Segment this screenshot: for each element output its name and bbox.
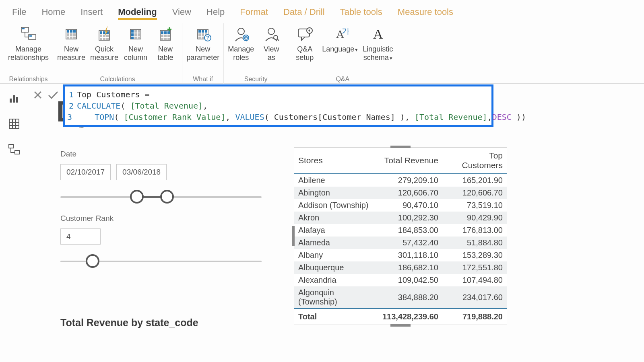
menu-insert[interactable]: Insert bbox=[80, 7, 103, 20]
svg-rect-7 bbox=[73, 30, 76, 33]
menu-table-tools[interactable]: Table tools bbox=[340, 7, 382, 20]
ribbon-button-label: Quickmeasure bbox=[90, 45, 118, 62]
ribbon-group-label: Security bbox=[244, 76, 268, 84]
value-cell: 90,470.10 bbox=[378, 199, 442, 212]
chevron-down-icon: ▾ bbox=[355, 47, 358, 53]
ribbon: ManagerelationshipsRelationshipsNewmeasu… bbox=[0, 20, 644, 84]
code-line[interactable]: TOPN( [Customer Rank Value], VALUES( Cus… bbox=[75, 111, 526, 123]
code-line[interactable]: CALCULATE( [Total Revenue], bbox=[77, 100, 208, 111]
table-row[interactable]: Alafaya184,853.00176,813.00 bbox=[294, 224, 507, 237]
store-cell: Addison (Township) bbox=[294, 199, 378, 212]
new-column-button[interactable]: Newcolumn bbox=[122, 23, 150, 76]
view-as-button[interactable]: Viewas bbox=[257, 23, 285, 76]
line-number: 2 bbox=[67, 100, 77, 111]
table-row[interactable]: Algonquin (Township)384,888.20234,017.60 bbox=[294, 286, 507, 309]
menu-file[interactable]: File bbox=[12, 7, 26, 20]
svg-rect-30 bbox=[138, 33, 140, 36]
slider-thumb-end[interactable] bbox=[160, 190, 174, 204]
value-cell: 186,682.10 bbox=[378, 261, 442, 274]
report-view-button[interactable] bbox=[6, 90, 22, 106]
svg-rect-43 bbox=[167, 38, 170, 40]
store-cell: Abington bbox=[294, 187, 378, 199]
column-header[interactable]: Total Revenue bbox=[378, 148, 442, 174]
new-parameter-button[interactable]: ?Newparameter bbox=[185, 23, 221, 76]
slider-thumb[interactable] bbox=[86, 254, 99, 268]
svg-rect-23 bbox=[106, 38, 109, 40]
qna-setup-button[interactable]: Q&Asetup bbox=[291, 23, 319, 76]
ribbon-button-label: Viewas bbox=[264, 45, 279, 62]
store-cell: Albany bbox=[294, 249, 378, 261]
date-range-slider[interactable] bbox=[60, 190, 262, 204]
table-row[interactable]: Alameda57,432.4051,884.80 bbox=[294, 237, 507, 249]
svg-rect-52 bbox=[202, 37, 204, 39]
table-row[interactable]: Albuquerque186,682.10172,551.80 bbox=[294, 261, 507, 274]
ribbon-button-label: Newmeasure bbox=[57, 45, 85, 62]
table-row[interactable]: Alexandria109,042.50107,494.80 bbox=[294, 274, 507, 286]
code-line[interactable]: Top Customers = bbox=[77, 89, 155, 100]
column-header[interactable]: Top Customers bbox=[442, 148, 507, 174]
linguistic-schema-button[interactable]: ALinguisticschema▾ bbox=[361, 23, 394, 76]
ribbon-group-calculations: NewmeasureQuickmeasureNewcolumnNewtableC… bbox=[53, 23, 182, 84]
svg-rect-8 bbox=[67, 33, 69, 36]
quick-measure-button[interactable]: Quickmeasure bbox=[89, 23, 120, 76]
new-measure-button[interactable]: Newmeasure bbox=[56, 23, 87, 76]
model-view-button[interactable] bbox=[6, 142, 22, 158]
manage-roles-button[interactable]: Manageroles bbox=[226, 23, 256, 76]
value-cell: 176,813.00 bbox=[442, 224, 507, 237]
menu-format[interactable]: Format bbox=[240, 7, 268, 20]
table-row[interactable]: Akron100,292.3090,429.90 bbox=[294, 212, 507, 224]
rank-slider[interactable] bbox=[60, 254, 262, 269]
customer-rank-slicer[interactable]: Customer Rank 4 bbox=[60, 214, 262, 269]
manage-relationships-button[interactable]: Managerelationships bbox=[6, 23, 50, 76]
menu-measure-tools[interactable]: Measure tools bbox=[398, 7, 453, 20]
cancel-formula-button[interactable] bbox=[32, 89, 43, 101]
column-header[interactable]: Stores bbox=[294, 148, 378, 174]
table-row[interactable]: Abington120,606.70120,606.70 bbox=[294, 187, 507, 199]
value-cell: 301,118.10 bbox=[378, 249, 442, 261]
svg-rect-38 bbox=[161, 35, 163, 37]
rank-value-input[interactable]: 4 bbox=[60, 228, 101, 245]
svg-rect-37 bbox=[167, 31, 170, 34]
ribbon-button-label: Newtable bbox=[158, 45, 173, 62]
left-view-rail bbox=[0, 84, 28, 362]
menu-modeling[interactable]: Modeling bbox=[118, 7, 157, 20]
svg-rect-32 bbox=[134, 37, 137, 39]
table-row[interactable]: Albany301,118.10153,289.30 bbox=[294, 249, 507, 261]
new-table-button[interactable]: Newtable bbox=[151, 23, 180, 76]
language-button[interactable]: A가Language▾ bbox=[320, 23, 359, 76]
value-cell: 109,042.50 bbox=[378, 274, 442, 286]
value-cell: 51,884.80 bbox=[442, 237, 507, 249]
svg-rect-10 bbox=[73, 33, 76, 36]
chevron-down-icon: ▾ bbox=[390, 55, 392, 61]
store-cell: Alafaya bbox=[294, 224, 378, 237]
value-cell: 107,494.80 bbox=[442, 274, 507, 286]
table-row[interactable]: Addison (Township)90,470.1073,519.10 bbox=[294, 199, 507, 212]
value-cell: 57,432.40 bbox=[378, 237, 442, 249]
ribbon-button-label: Language▾ bbox=[322, 45, 358, 53]
stores-table-visual[interactable]: StoresTotal RevenueTop Customers Abilene… bbox=[294, 147, 507, 325]
store-cell: Albuquerque bbox=[294, 261, 378, 274]
data-view-button[interactable] bbox=[6, 116, 22, 132]
date-from-input[interactable]: 02/10/2017 bbox=[60, 164, 111, 180]
ribbon-group-q-a: Q&AsetupA가Language▾ALinguisticschema▾Q&A bbox=[288, 23, 397, 84]
menu-view[interactable]: View bbox=[172, 7, 191, 20]
svg-rect-67 bbox=[13, 95, 15, 103]
date-to-input[interactable]: 03/06/2018 bbox=[116, 164, 167, 180]
svg-rect-75 bbox=[15, 150, 19, 154]
svg-rect-46 bbox=[202, 30, 204, 33]
svg-rect-6 bbox=[70, 30, 72, 33]
date-slicer[interactable]: Date 02/10/2017 03/06/2018 bbox=[60, 150, 262, 204]
resize-handle-left[interactable] bbox=[292, 226, 295, 246]
table-row[interactable]: Abilene279,209.10165,201.90 bbox=[294, 174, 507, 187]
menu-data-drill[interactable]: Data / Drill bbox=[283, 7, 325, 20]
formula-bar[interactable]: 1Top Customers = 2CALCULATE( [Total Reve… bbox=[63, 84, 493, 127]
svg-point-60 bbox=[274, 35, 278, 39]
menu-home[interactable]: Home bbox=[41, 7, 65, 20]
slider-thumb-start[interactable] bbox=[130, 190, 144, 204]
svg-text:?: ? bbox=[206, 35, 209, 41]
value-cell: 234,017.60 bbox=[442, 286, 507, 309]
commit-formula-button[interactable] bbox=[47, 89, 59, 101]
table-icon bbox=[156, 25, 175, 43]
menu-help[interactable]: Help bbox=[206, 7, 225, 20]
svg-rect-28 bbox=[131, 33, 134, 36]
